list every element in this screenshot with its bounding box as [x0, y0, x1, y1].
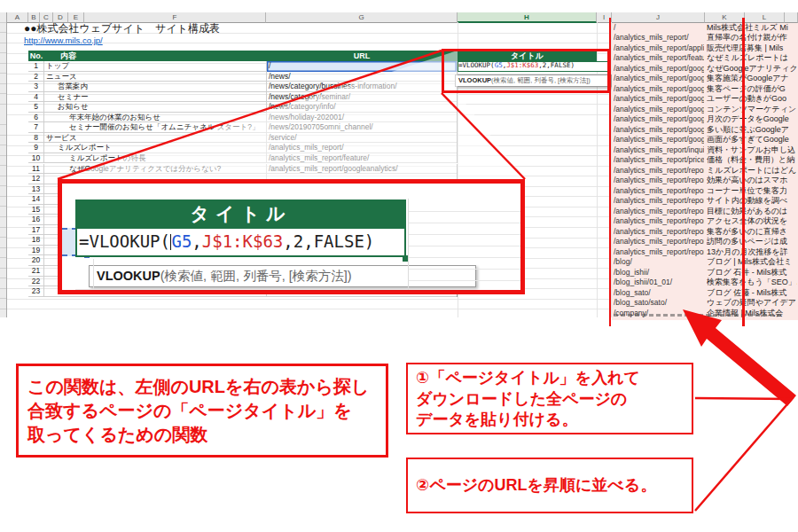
lookup-title-cell[interactable]: 検索集客をもう「SEO」と: [707, 278, 797, 288]
cell-content[interactable]: サービス: [44, 133, 266, 144]
cell-no[interactable]: 11: [28, 164, 44, 175]
cell-no[interactable]: 1: [28, 61, 44, 72]
cell-content[interactable]: ミルズレポート: [44, 143, 266, 153]
cell-no[interactable]: 17: [28, 225, 44, 236]
lookup-url-cell[interactable]: /analytics_mils_report/repor: [614, 196, 704, 207]
lookup-url-cell[interactable]: /analytics_mils_report/repor: [614, 176, 704, 186]
cell-no[interactable]: 5: [28, 102, 44, 113]
column-header-L[interactable]: L: [745, 12, 785, 23]
lookup-url-cell[interactable]: /analytics_mils_report/goog: [614, 64, 704, 74]
cell-url[interactable]: /analytics_mils_report/feature/: [266, 153, 458, 164]
lookup-title-cell[interactable]: 集客施策がGoogleアナ: [707, 74, 797, 84]
lookup-url-cell[interactable]: /analytics_mils_report/repor: [614, 237, 704, 247]
column-header-J[interactable]: J: [612, 12, 705, 23]
lookup-url-cell[interactable]: /analytics_mils_report/repor: [614, 166, 704, 176]
lookup-url-cell[interactable]: /analytics_mils_report/appli: [614, 43, 704, 54]
lookup-url-cell[interactable]: /analytics_mils_report/repor: [614, 186, 704, 197]
cell-url[interactable]: /news/category/bussiness-information/: [266, 82, 458, 92]
cell-content[interactable]: ミルズレポートの特長: [44, 153, 266, 164]
lookup-title-cell[interactable]: ブログ | Mils株式会社ミ: [707, 257, 797, 268]
lookup-url-cell[interactable]: /analytics_mils_report/inqui: [614, 145, 704, 156]
cell-content[interactable]: なぜGoogleアナリティクスでは分からない?: [44, 164, 266, 175]
column-header-H[interactable]: H: [458, 12, 597, 23]
lookup-title-cell[interactable]: 月次のデータをGoogle: [707, 114, 797, 125]
lookup-url-cell[interactable]: /analytics_mils_report/repor: [614, 207, 704, 217]
lookup-title-cell[interactable]: コーナー単位で集客力: [707, 186, 797, 197]
cell-no[interactable]: 4: [28, 92, 44, 103]
lookup-title-cell[interactable]: 価格（料金・費用）と納: [707, 155, 797, 166]
lookup-url-cell[interactable]: /analytics_mils_report/repor: [614, 216, 704, 227]
lookup-title-cell[interactable]: ブログ 佐藤 - Mils株式: [707, 288, 797, 299]
cell-url[interactable]: /service/: [266, 133, 458, 144]
lookup-title-cell[interactable]: ミルズレポートにはどん: [707, 166, 797, 176]
lookup-title-cell[interactable]: ウェブの疑問やアイデア: [707, 298, 797, 309]
cell-url[interactable]: /analytics_mils_report/googleanalytics/: [266, 164, 458, 175]
lookup-url-cell[interactable]: /analytics_mils_report/repor: [614, 247, 704, 258]
lookup-title-cell[interactable]: 訪問の多いページは成: [707, 237, 797, 247]
cell-no[interactable]: 23: [28, 286, 44, 297]
lookup-url-cell[interactable]: /blog_sato/sato/: [614, 298, 704, 309]
lookup-title-cell[interactable]: 直帰率の名付け親が作: [707, 33, 797, 43]
cell-no[interactable]: 18: [28, 235, 44, 246]
lookup-title-cell[interactable]: コンテンツマーケティン: [707, 105, 797, 115]
cell-no[interactable]: 3: [28, 82, 44, 92]
lookup-title-cell[interactable]: 目標に効果があるのは: [707, 207, 797, 217]
cell-no[interactable]: 19: [28, 246, 44, 256]
column-header-G[interactable]: G: [266, 12, 458, 23]
cell-url[interactable]: /analytics_mils_report/: [266, 143, 458, 153]
column-header-K[interactable]: K: [705, 12, 745, 23]
lookup-title-cell[interactable]: ユーザーの動きがGoo: [707, 94, 797, 105]
cell-no[interactable]: 21: [28, 266, 44, 277]
cell-content[interactable]: セミナー開催のお知らせ「オムニチャネル スタート?」: [44, 122, 266, 133]
lookup-title-cell[interactable]: なぜミルズレポートは: [707, 53, 797, 64]
lookup-url-cell[interactable]: /blog_sato/: [614, 288, 704, 299]
lookup-url-cell[interactable]: /analytics_mils_report/goog: [614, 114, 704, 125]
cell-no[interactable]: 15: [28, 205, 44, 215]
cell-no[interactable]: 7: [28, 122, 44, 133]
cell-url[interactable]: /: [266, 61, 458, 72]
cell-url[interactable]: /news/: [266, 72, 458, 82]
site-link[interactable]: http://www.mils.co.jp/: [24, 35, 201, 45]
lookup-title-cell[interactable]: 販売代理店募集 | Mils: [707, 43, 797, 54]
lookup-url-cell[interactable]: /analytics_mils_report/repor: [614, 227, 704, 238]
lookup-title-cell[interactable]: サイト内の動線を調べ: [707, 196, 797, 207]
cell-no[interactable]: 12: [28, 174, 44, 184]
cell-no[interactable]: 6: [28, 113, 44, 123]
lookup-title-cell[interactable]: 集客が多いのに直帰さ: [707, 227, 797, 238]
table-header[interactable]: No. 内容 URL: [28, 51, 458, 61]
cell-no[interactable]: 20: [28, 255, 44, 266]
lookup-url-cell[interactable]: /blog/: [614, 257, 704, 268]
cell-content[interactable]: お知らせ: [44, 102, 266, 113]
row-headers[interactable]: [0, 12, 7, 317]
lookup-title-cell[interactable]: 画面が多すぎてGoogle: [707, 135, 797, 145]
cell-no[interactable]: 10: [28, 153, 44, 164]
cell-content[interactable]: セミナー: [44, 92, 266, 103]
cell-no[interactable]: 13: [28, 184, 44, 195]
cell-url[interactable]: /news/holiday-202001/: [266, 113, 458, 123]
lookup-url-cell[interactable]: /analytics_mils_report/goog: [614, 135, 704, 145]
lookup-url-cell[interactable]: /analytics_mils_report/goog: [614, 84, 704, 95]
cell-url[interactable]: /news/category/seminar/: [266, 92, 458, 103]
lookup-url-cell[interactable]: /analytics_mils_report/goog: [614, 105, 704, 115]
cell-no[interactable]: 16: [28, 215, 44, 225]
lookup-title-cell[interactable]: 13か月の月次推移を詳: [707, 247, 797, 258]
lookup-title-cell[interactable]: 集客ページの評価がG: [707, 84, 797, 95]
lookup-title-cell[interactable]: 多い順に並ぶGoogleア: [707, 125, 797, 136]
lookup-title-cell[interactable]: ブログ 石井 - Mils株式: [707, 268, 797, 278]
cell-content[interactable]: ニュース: [44, 72, 266, 82]
lookup-title-cell[interactable]: なぜGoogleアナリティク: [707, 64, 797, 74]
lookup-url-cell[interactable]: /analytics_mils_report/price: [614, 155, 704, 166]
lookup-url-cell[interactable]: /analytics_mils_report/: [614, 33, 704, 43]
lookup-title-cell[interactable]: アクセス全体の状況を: [707, 216, 797, 227]
cell-no[interactable]: 2: [28, 72, 44, 82]
lookup-url-cell[interactable]: /: [614, 23, 704, 34]
lookup-url-cell[interactable]: /analytics_mils_report/featu: [614, 53, 704, 64]
cell-url[interactable]: /news/20190705omni_channel/: [266, 122, 458, 133]
cell-no[interactable]: 14: [28, 194, 44, 205]
column-header-partial[interactable]: [785, 12, 798, 23]
lookup-title-cell[interactable]: 効果が高いのはスマホ: [707, 176, 797, 186]
cell-content[interactable]: 年末年始の休業のお知らせ: [44, 113, 266, 123]
cell-url[interactable]: /news/category/info/: [266, 102, 458, 113]
lookup-title-cell[interactable]: 資料・サンプルお申し込: [707, 145, 797, 156]
lookup-title-cell[interactable]: Mils株式会社ミルズ Mi: [707, 23, 797, 34]
